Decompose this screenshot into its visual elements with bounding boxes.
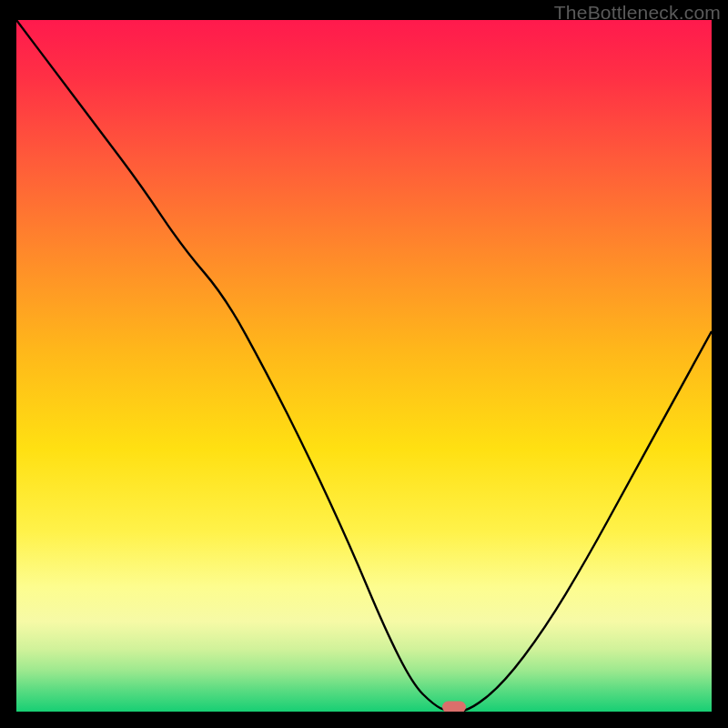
chart-frame: TheBottleneck.com bbox=[0, 0, 728, 728]
bottleneck-curve bbox=[16, 20, 712, 712]
optimal-range-marker bbox=[442, 701, 466, 712]
watermark-text: TheBottleneck.com bbox=[554, 2, 721, 24]
plot-area bbox=[16, 20, 712, 712]
